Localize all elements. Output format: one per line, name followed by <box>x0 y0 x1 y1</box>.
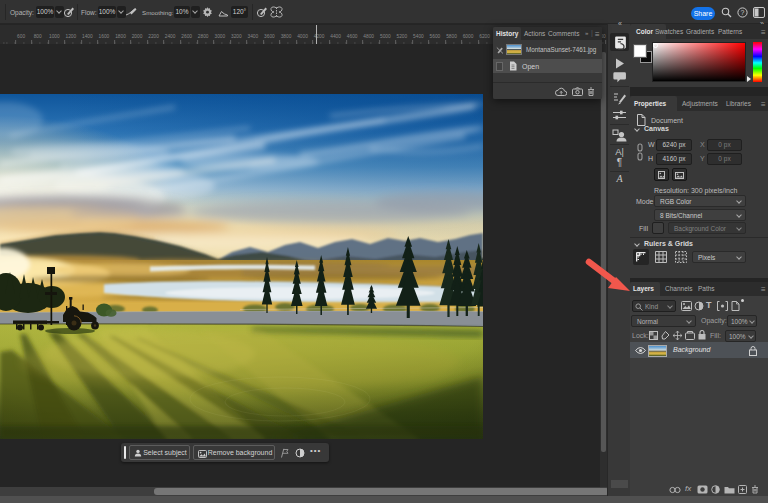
svg-text:?: ? <box>740 9 744 16</box>
